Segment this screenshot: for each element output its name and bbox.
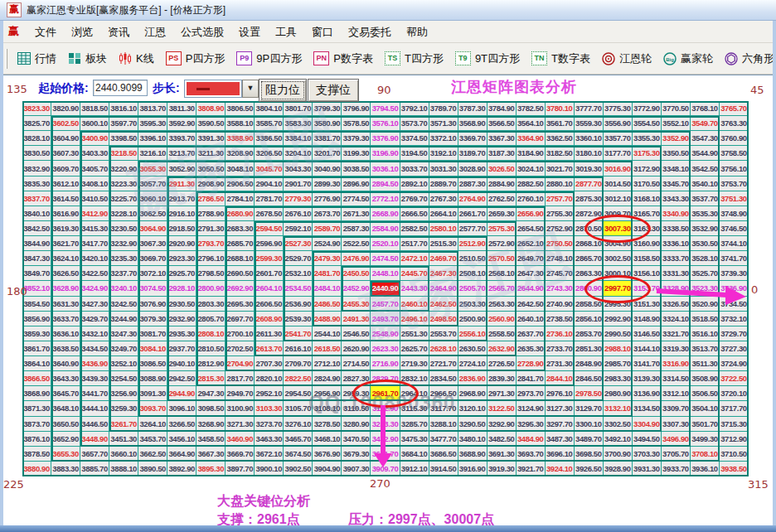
toolbar-item-9p-square[interactable]: P9 9P四方形 (230, 46, 308, 71)
toolbar-item-kline[interactable]: K线 (113, 46, 160, 71)
grid-cell: 2776.90 (313, 191, 342, 206)
menu-item-file[interactable]: 文件 (27, 22, 64, 42)
grid-cell: 3007.30 (604, 221, 633, 236)
grid-cell: 2892.10 (400, 177, 429, 191)
menu-item-tools[interactable]: 工具 (268, 22, 304, 42)
toolbar-item-winner-wheel[interactable]: Big 赢家轮 (657, 46, 719, 71)
grid-cell: 3021.70 (546, 161, 575, 176)
grid-cell: 3837.70 (22, 191, 51, 206)
grid-cell: 3753.70 (720, 177, 749, 191)
grid-cell: 3132.10 (604, 401, 633, 416)
grid-cell: 3064.90 (138, 221, 167, 236)
grid-cell: 3439.30 (80, 371, 109, 386)
grid-cell: 3314.50 (662, 371, 691, 386)
sector-blocks-icon (68, 52, 81, 65)
grid-cell: 3645.70 (51, 386, 80, 401)
grid-cell: 3508.90 (691, 371, 720, 386)
grid-cell: 3122.50 (487, 401, 517, 416)
grid-cell: 3028.90 (458, 161, 487, 176)
grid-cell: 3717.70 (720, 401, 749, 416)
toolbar-item-sectors[interactable]: 板块 (62, 46, 113, 71)
grid-cell: 2992.90 (604, 312, 633, 326)
grid-cell: 3240.10 (109, 281, 138, 296)
grid-cell: 3664.90 (167, 447, 196, 462)
grid-cell: 3048.10 (226, 161, 255, 176)
title-bar: 赢 赢家江恩专业版[赢家服务平台] - [价格正方形] (0, 0, 776, 21)
grid-cell: 2968.90 (458, 386, 487, 401)
grid-cell: 2937.70 (167, 341, 196, 356)
grid-cell: 2592.10 (284, 221, 313, 236)
grid-cell: 3324.10 (662, 312, 691, 326)
grid-cell: 3698.50 (575, 447, 604, 462)
grid-cell: 2608.90 (255, 312, 284, 326)
grid-cell: 2644.90 (517, 281, 546, 296)
menu-item-browse[interactable]: 浏览 (64, 22, 100, 42)
p9-square-badge-icon: P9 (236, 51, 252, 65)
toolbar-item-gann-wheel[interactable]: 江恩轮 (596, 46, 657, 71)
grid-cell: 3453.70 (138, 432, 167, 447)
toolbar-item-t-square[interactable]: TS T四方形 (379, 46, 449, 71)
grid-cell: 2772.10 (371, 191, 400, 206)
toolbar-item-quotes[interactable]: 行情 (12, 46, 62, 71)
grid-cell: 3662.50 (138, 447, 167, 462)
grid-cell: 2690.50 (226, 266, 255, 281)
toolbar-item-9t-square[interactable]: T9 9T四方形 (449, 46, 526, 71)
grid-cell: 2656.90 (517, 206, 546, 221)
grid-cell: 3386.50 (255, 131, 284, 146)
grid-cell: 2565.70 (487, 281, 517, 296)
grid-cell: 2709.70 (284, 356, 313, 371)
grid-cell: 2896.90 (342, 177, 371, 191)
grid-cell: 3153.70 (633, 281, 662, 296)
grid-cell: 2752.90 (546, 221, 575, 236)
grid-cell: 3052.90 (167, 161, 196, 176)
grid-cell: 3636.10 (51, 326, 80, 341)
grid-cell: 2484.10 (313, 281, 342, 296)
grid-cell: 3679.30 (342, 447, 371, 462)
grid-cell: 2966.50 (429, 386, 458, 401)
toolbar-item-p-square[interactable]: PS P四方形 (160, 46, 231, 71)
grid-cell: 3681.70 (371, 447, 400, 462)
grid-cell: 2445.70 (400, 266, 429, 281)
grid-cell: 3348.10 (662, 161, 691, 176)
toolbar-item-hexagon[interactable]: 六角形 (719, 46, 776, 71)
grid-cell: 3321.70 (662, 326, 691, 341)
grid-cell: 2544.10 (313, 326, 342, 341)
grid-cell: 3712.90 (720, 432, 749, 447)
start-price-input[interactable] (93, 80, 148, 96)
menu-item-news[interactable]: 资讯 (100, 22, 137, 42)
menu-item-settings[interactable]: 设置 (231, 22, 268, 42)
angle-label-90: 90 (377, 84, 391, 96)
grid-cell: 2812.90 (196, 356, 226, 371)
step-select[interactable] (184, 80, 242, 98)
grid-cell: 3504.10 (691, 401, 720, 416)
support-button[interactable]: 支撑位 (308, 79, 359, 102)
grid-cell: 2798.50 (196, 266, 226, 281)
grid-cell: 3319.30 (662, 341, 691, 356)
menu-item-window[interactable]: 窗口 (304, 22, 341, 42)
menu-item-formula-stock-pick[interactable]: 公式选股 (173, 22, 231, 42)
grid-cell: 3854.50 (22, 297, 51, 312)
menu-item-help[interactable]: 帮助 (399, 22, 435, 42)
grid-cell: 3098.50 (196, 401, 226, 416)
t-number-badge-icon: TN (531, 51, 547, 65)
grid-cell: 3393.70 (167, 131, 196, 146)
grid-cell: 3811.30 (167, 101, 196, 116)
toolbar-item-t-number-table[interactable]: TN T数字表 (526, 46, 596, 71)
menu-item-trade[interactable]: 交易委托 (341, 22, 399, 42)
grid-cell: 2834.50 (429, 371, 458, 386)
grid-cell: 3117.70 (429, 401, 458, 416)
grid-cell: 2901.70 (284, 177, 313, 191)
step-select-arrow[interactable]: ▼ (242, 80, 259, 98)
grid-cell: 3482.50 (487, 432, 517, 447)
grid-cell: 3614.50 (51, 191, 80, 206)
toolbar-item-p-number-table[interactable]: PN P数字表 (308, 46, 379, 71)
grid-cell: 3177.70 (604, 146, 633, 161)
grid-cell: 3374.50 (400, 131, 429, 146)
grid-cell: 3196.90 (371, 146, 400, 161)
menu-item-gann[interactable]: 江恩 (137, 22, 173, 42)
grid-cell: 3801.70 (284, 101, 313, 116)
resistance-button[interactable]: 阻力位 (259, 79, 307, 102)
grid-cell: 3213.70 (167, 146, 196, 161)
grid-cell: 3705.70 (662, 447, 691, 462)
grid-cell: 3232.90 (109, 236, 138, 251)
